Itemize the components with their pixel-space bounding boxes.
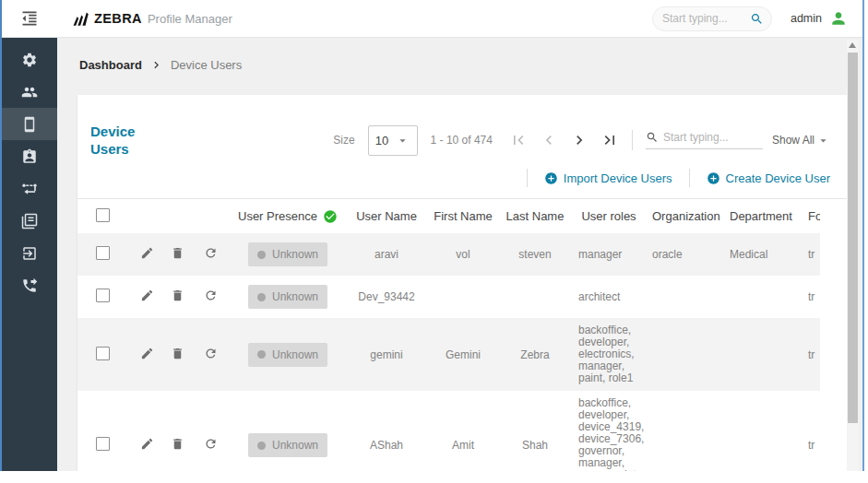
- scrollbar-thumb[interactable]: [848, 53, 858, 423]
- cell-last-name: Shah: [498, 439, 572, 452]
- delete-button[interactable]: [164, 347, 190, 363]
- table-row: Unknown Dev_93442 architect tr: [77, 276, 820, 318]
- create-device-user-button[interactable]: Create Device User: [707, 171, 830, 185]
- first-page-icon: [509, 131, 528, 149]
- table-row: Unknown aravi vol steven manager oracle …: [77, 233, 820, 276]
- refresh-button[interactable]: [190, 246, 231, 263]
- col-user-roles: User roles: [572, 209, 646, 223]
- refresh-button[interactable]: [190, 437, 231, 454]
- smartphone-icon: [21, 116, 38, 133]
- row-checkbox[interactable]: [96, 289, 110, 302]
- edit-button[interactable]: [129, 347, 164, 363]
- sidebar-item-sign-on[interactable]: [2, 237, 57, 269]
- global-search[interactable]: [652, 6, 772, 31]
- panel-actions: Import Device Users Create Device User: [77, 158, 849, 198]
- divider: [689, 169, 690, 187]
- row-checkbox[interactable]: [96, 437, 110, 451]
- presence-badge: Unknown: [248, 242, 327, 266]
- refresh-icon: [204, 347, 218, 360]
- global-search-input[interactable]: [662, 12, 747, 25]
- user-menu-button[interactable]: [829, 9, 848, 28]
- table-row: Unknown AShah Amit Shah backoffice, deve…: [77, 391, 820, 471]
- brand: ZEBRA Profile Manager: [72, 10, 232, 28]
- sidebar-item-pages[interactable]: [2, 205, 57, 237]
- edit-button[interactable]: [129, 246, 164, 263]
- vertical-scrollbar[interactable]: [847, 40, 859, 471]
- cell-truncated: tr: [804, 348, 820, 361]
- row-checkbox[interactable]: [96, 246, 110, 260]
- refresh-button[interactable]: [190, 289, 231, 305]
- menu-open-icon: [20, 9, 39, 28]
- device-users-panel: Device Users Size 10 1 - 10 of 474: [77, 95, 849, 471]
- main-content: Dashboard Device Users Device Users Size…: [57, 38, 862, 471]
- breadcrumb: Dashboard Device Users: [57, 38, 862, 72]
- status-dot: [257, 442, 266, 450]
- breadcrumb-dashboard[interactable]: Dashboard: [79, 58, 142, 72]
- delete-button[interactable]: [164, 246, 190, 263]
- cell-user-roles: backoffice, developer, electronics, mana…: [572, 324, 646, 384]
- pencil-icon: [140, 437, 154, 451]
- cell-user-roles: manager: [572, 249, 646, 261]
- device-users-table: User Presence User Name First Name Last …: [77, 199, 820, 471]
- status-dot: [257, 251, 266, 259]
- cell-user-roles: architect: [572, 291, 646, 303]
- cell-user-name: AShah: [345, 439, 428, 452]
- add-circle-icon: [544, 171, 558, 185]
- first-page-button[interactable]: [509, 131, 528, 149]
- delete-button[interactable]: [164, 289, 190, 305]
- next-page-button[interactable]: [570, 131, 589, 149]
- search-icon: [750, 12, 764, 26]
- flow-route-icon: [21, 181, 38, 197]
- filter-dropdown[interactable]: Show All: [772, 134, 830, 147]
- top-bar: ZEBRA Profile Manager admin: [2, 0, 862, 38]
- phone-forwarded-icon: [21, 277, 38, 294]
- pages-copy-icon: [21, 213, 38, 230]
- page-size-select[interactable]: 10: [368, 125, 418, 156]
- last-page-icon: [600, 131, 619, 149]
- presence-badge: Unknown: [248, 433, 327, 457]
- cell-user-name: aravi: [345, 248, 428, 261]
- scroll-up-icon[interactable]: [849, 42, 856, 48]
- sidebar-item-settings[interactable]: [2, 43, 57, 76]
- previous-page-button[interactable]: [540, 131, 558, 149]
- row-checkbox[interactable]: [96, 347, 110, 360]
- table-search[interactable]: [646, 131, 763, 149]
- id-badge-icon: [21, 148, 38, 165]
- import-device-users-button[interactable]: Import Device Users: [544, 171, 672, 185]
- last-page-button[interactable]: [600, 131, 619, 149]
- delete-button[interactable]: [164, 437, 190, 454]
- edit-button[interactable]: [129, 437, 164, 454]
- refresh-button[interactable]: [190, 347, 231, 363]
- trash-icon: [171, 246, 184, 260]
- col-user-presence: User Presence: [231, 209, 345, 224]
- sidebar-nav: [2, 38, 57, 471]
- divider: [527, 169, 528, 187]
- trash-icon: [171, 347, 184, 360]
- col-organization: Organization: [646, 209, 723, 223]
- sidebar-item-device-users[interactable]: [2, 140, 57, 172]
- cell-user-roles: backoffice, developer, device_4319, devi…: [572, 397, 646, 471]
- person-icon: [829, 9, 848, 28]
- select-all-checkbox[interactable]: [96, 208, 110, 222]
- menu-toggle-button[interactable]: [2, 9, 57, 28]
- chevron-right-icon: [570, 131, 589, 149]
- sidebar-item-users[interactable]: [2, 76, 57, 108]
- col-last-name: Last Name: [498, 209, 572, 223]
- cell-truncated: tr: [804, 290, 820, 303]
- pagination: [509, 131, 619, 149]
- sidebar-item-devices[interactable]: [2, 108, 57, 140]
- col-user-name: User Name: [345, 209, 428, 223]
- app-title: Profile Manager: [148, 12, 232, 26]
- add-circle-icon: [707, 171, 720, 185]
- cell-user-name: Dev_93442: [345, 290, 428, 303]
- username-label: admin: [791, 12, 822, 25]
- cell-department: Medical: [723, 248, 804, 261]
- sidebar-item-calls[interactable]: [2, 269, 57, 301]
- search-icon: [646, 131, 659, 144]
- edit-button[interactable]: [129, 289, 164, 305]
- refresh-icon: [204, 246, 218, 260]
- exit-app-icon: [21, 245, 38, 262]
- table-search-input[interactable]: [663, 131, 763, 144]
- chevron-down-icon: [816, 134, 830, 147]
- sidebar-item-workflows[interactable]: [2, 172, 57, 205]
